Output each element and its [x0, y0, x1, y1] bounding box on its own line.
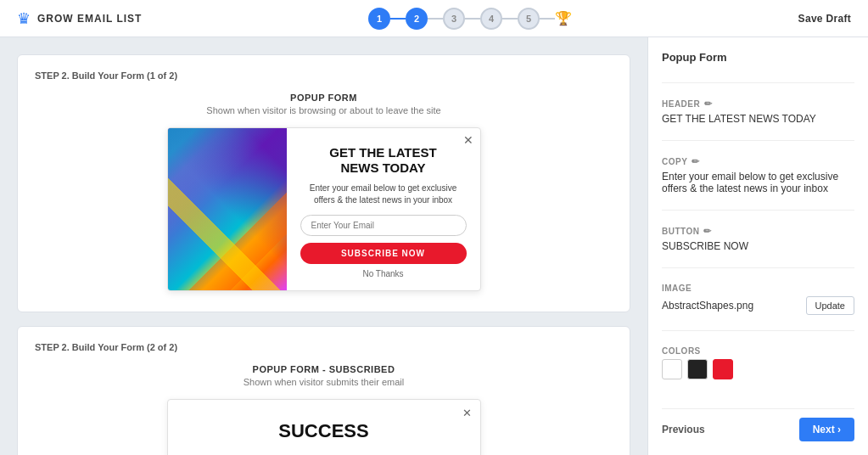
step-3[interactable]: 3 [443, 8, 465, 30]
success-preview: ✕ SUCCESS [167, 399, 481, 455]
popup-modal-preview: ✕ GET THE LATEST NEWS TODAY Enter your e… [167, 127, 481, 291]
header-edit-icon[interactable]: ✏ [704, 98, 713, 110]
popup-subscribe-button[interactable]: SUBSCRIBE NOW [300, 243, 467, 264]
success-title: SUCCESS [185, 420, 463, 442]
form-1-subtitle: Shown when visitor is browsing or about … [35, 105, 613, 115]
header-field-label: HEADER ✏ [662, 98, 854, 110]
divider-1 [662, 82, 854, 83]
form-2-title: POPUP FORM - SUBSCRIBED [35, 364, 613, 374]
header-field-section: HEADER ✏ GET THE LATEST NEWS TODAY [662, 98, 854, 125]
main-layout: STEP 2. Build Your Form (1 of 2) POPUP F… [0, 37, 868, 455]
image-field-section: IMAGE AbstractShapes.png Update [662, 284, 854, 315]
step-line-1-2 [390, 18, 406, 20]
section-2-label: STEP 2. Build Your Form (2 of 2) [35, 342, 613, 352]
color-swatch-black[interactable] [687, 359, 708, 379]
step-line-3-4 [465, 18, 480, 20]
popup-no-thanks-link[interactable]: No Thanks [362, 269, 403, 278]
success-close-button[interactable]: ✕ [462, 407, 472, 419]
step-4[interactable]: 4 [480, 8, 502, 30]
image-filename: AbstractShapes.png [662, 300, 753, 312]
image-row: AbstractShapes.png Update [662, 296, 854, 315]
popup-copy: Enter your email below to get exclusive … [300, 183, 467, 206]
popup-content: ✕ GET THE LATEST NEWS TODAY Enter your e… [287, 128, 480, 290]
copy-field-section: COPY ✏ Enter your email below to get exc… [662, 156, 854, 194]
colors-field-label: COLORS [662, 346, 854, 356]
popup-email-input[interactable] [300, 215, 467, 236]
step-line-5-trophy [540, 18, 555, 20]
bottom-navigation: Previous Next › [662, 408, 854, 441]
step-2[interactable]: 2 [406, 8, 428, 30]
divider-5 [662, 330, 854, 331]
header-field-value: GET THE LATEST NEWS TODAY [662, 113, 854, 125]
divider-2 [662, 140, 854, 141]
button-field-value: SUBSCRIBE NOW [662, 240, 854, 252]
button-edit-icon[interactable]: ✏ [703, 226, 712, 237]
section-1-label: STEP 2. Build Your Form (1 of 2) [35, 70, 613, 81]
divider-4 [662, 267, 854, 268]
app-title: GROW EMAIL LIST [37, 13, 142, 25]
right-panel: Popup Form HEADER ✏ GET THE LATEST NEWS … [647, 37, 868, 455]
form-1-title: POPUP FORM [35, 93, 613, 103]
step-1[interactable]: 1 [368, 8, 390, 30]
update-image-button[interactable]: Update [806, 296, 854, 315]
copy-field-label: COPY ✏ [662, 156, 854, 167]
right-panel-title: Popup Form [662, 51, 854, 64]
colors-field-section: COLORS [662, 346, 854, 379]
step-progress: 1 2 3 4 5 🏆 [368, 8, 572, 30]
next-button[interactable]: Next › [799, 418, 854, 441]
section-card-1: STEP 2. Build Your Form (1 of 2) POPUP F… [17, 54, 630, 312]
previous-button[interactable]: Previous [662, 424, 705, 435]
copy-edit-icon[interactable]: ✏ [692, 156, 700, 167]
button-field-section: BUTTON ✏ SUBSCRIBE NOW [662, 226, 854, 252]
color-swatch-white[interactable] [662, 359, 682, 379]
app-branding: ♛ GROW EMAIL LIST [17, 9, 142, 28]
button-field-label: BUTTON ✏ [662, 226, 854, 237]
divider-3 [662, 210, 854, 211]
save-draft-button[interactable]: Save Draft [798, 13, 851, 25]
color-swatch-red[interactable] [713, 359, 733, 379]
image-field-label: IMAGE [662, 284, 854, 293]
left-panel: STEP 2. Build Your Form (1 of 2) POPUP F… [0, 37, 647, 455]
step-5[interactable]: 5 [518, 8, 540, 30]
form-2-subtitle: Shown when visitor submits their email [35, 377, 613, 387]
step-line-2-3 [428, 18, 443, 20]
copy-field-value: Enter your email below to get exclusive … [662, 171, 854, 194]
top-navigation: ♛ GROW EMAIL LIST 1 2 3 4 5 🏆 Save Draft [0, 0, 868, 37]
crown-icon: ♛ [17, 9, 31, 28]
trophy-icon: 🏆 [555, 10, 572, 26]
popup-close-button[interactable]: ✕ [463, 133, 473, 147]
colors-row [662, 359, 854, 379]
popup-heading: GET THE LATEST NEWS TODAY [329, 145, 436, 176]
section-card-2: STEP 2. Build Your Form (2 of 2) POPUP F… [17, 326, 630, 455]
step-line-4-5 [502, 18, 518, 20]
popup-image [168, 128, 287, 290]
